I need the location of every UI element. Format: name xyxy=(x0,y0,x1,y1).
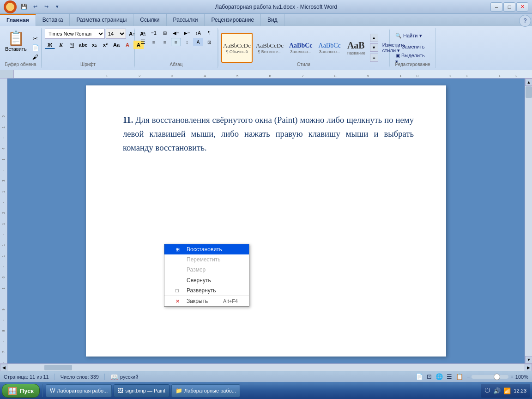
tab-review[interactable]: Рецензирование xyxy=(205,14,261,26)
align-right-button[interactable]: ≡ xyxy=(160,38,170,46)
scroll-thumb[interactable] xyxy=(526,86,532,98)
find-button[interactable]: 🔍 Найти ▾ xyxy=(393,30,430,41)
align-left-button[interactable]: ☰ xyxy=(138,38,148,46)
close-button[interactable]: ✕ xyxy=(516,2,528,12)
superscript-button[interactable]: x² xyxy=(100,41,110,49)
style-heading2[interactable]: AaBbCс Заголово... xyxy=(316,33,343,63)
view-print-btn[interactable]: 📄 xyxy=(416,373,423,380)
tab-view[interactable]: Вид xyxy=(261,14,284,26)
ctx-move[interactable]: Переместить xyxy=(164,254,249,265)
taskbar-btn-paint[interactable]: 🖼 sign.bmp — Paint xyxy=(114,384,169,397)
ruler-container: ·1·2·3·4·5·6·7·8·9·10·11·12·13·14·15·16·… xyxy=(0,70,532,79)
start-button[interactable]: 🪟 Пуск xyxy=(2,384,40,398)
style-normal[interactable]: AaBbCcDc ¶ Обычный xyxy=(221,33,253,63)
styles-more[interactable]: ≡ xyxy=(370,54,378,62)
align-center-button[interactable]: ≡ xyxy=(149,38,159,46)
redo-quick-btn[interactable]: ↪ xyxy=(42,2,51,12)
view-draft-btn[interactable]: 📋 xyxy=(456,373,463,380)
font-size-select[interactable]: 14 xyxy=(106,29,126,39)
subscript-button[interactable]: x₂ xyxy=(89,41,99,49)
taskbar-btn-extra[interactable]: 📁 Лабораторные рабо... xyxy=(171,384,240,397)
numbering-button[interactable]: ≡1 xyxy=(149,29,159,37)
style-heading1[interactable]: AaBbCс Заголово... xyxy=(287,33,315,63)
taskbar-btn-word[interactable]: W Лабораторная рабо... xyxy=(46,384,112,397)
scroll-right-button[interactable]: ▶ xyxy=(525,364,532,371)
styles-scroll-down[interactable]: ▼ xyxy=(370,43,378,52)
taskbar-sep xyxy=(42,384,43,397)
ctx-restore[interactable]: ⊞ Восстановить xyxy=(164,244,249,254)
format-painter-button[interactable]: 🖌 xyxy=(30,53,41,61)
shading-button[interactable]: A xyxy=(193,38,203,46)
show-marks-button[interactable]: ¶ xyxy=(204,29,214,37)
style-normal-text: AaBbCcDc xyxy=(223,42,251,49)
copy-button[interactable]: 📄 xyxy=(30,44,41,52)
tab-references[interactable]: Ссылки xyxy=(133,14,166,26)
tray-volume-icon: 📶 xyxy=(503,387,511,394)
view-web-btn[interactable]: 🌐 xyxy=(435,373,443,380)
view-fullscreen-btn[interactable]: ⊡ xyxy=(427,373,432,380)
qa-menu-btn[interactable]: ▾ xyxy=(53,2,62,12)
view-outline-btn[interactable]: ☰ xyxy=(447,373,452,380)
maximize-button[interactable]: □ xyxy=(503,2,515,12)
h-scroll-thumb[interactable] xyxy=(44,365,72,370)
document-scroll-area[interactable]: 11. Для восстановления свёрнутого окна (… xyxy=(7,79,525,363)
textcolor-button[interactable]: A xyxy=(122,41,133,49)
status-sep-2 xyxy=(104,374,105,380)
linespacing-button[interactable]: ↕ xyxy=(182,38,192,46)
clipboard-label: Буфер обмена xyxy=(0,62,41,67)
cut-button[interactable]: ✂ xyxy=(30,35,41,43)
minimize-button[interactable]: – xyxy=(490,2,502,12)
scroll-up-button[interactable]: ▲ xyxy=(525,79,532,86)
help-button[interactable]: ? xyxy=(519,15,531,27)
style-no-spacing[interactable]: AaBbCcDc ¶ Без инте... xyxy=(254,33,285,63)
multilevel-button[interactable]: ⊞ xyxy=(160,29,170,37)
underline-button[interactable]: Ч xyxy=(67,41,77,49)
ctx-size[interactable]: Размер xyxy=(164,265,249,275)
save-quick-btn[interactable]: 💾 xyxy=(19,2,29,12)
ribbon-group-clipboard: 📋 Вставить ✂ 📄 🖌 Буфер обмена xyxy=(0,28,42,68)
tab-mailings[interactable]: Рассылки xyxy=(167,14,205,26)
replace-button[interactable]: ↔ Заменить xyxy=(393,42,430,52)
vertical-scrollbar[interactable]: ▲ ▼ xyxy=(525,79,532,363)
zoom-slider[interactable] xyxy=(472,375,508,379)
style-title[interactable]: AaB Название xyxy=(345,33,368,63)
decrease-indent-button[interactable]: ◀≡ xyxy=(171,29,181,37)
ctx-maximize[interactable]: □ Развернуть xyxy=(164,285,249,296)
ctx-minimize-label: Свернуть xyxy=(187,277,211,284)
increase-indent-button[interactable]: ▶≡ xyxy=(182,29,192,37)
office-button[interactable] xyxy=(4,0,17,13)
quick-access-toolbar: 💾 ↩ ↪ ▾ xyxy=(19,2,62,12)
ctx-minimize[interactable]: – Свернуть xyxy=(164,275,249,285)
zoom-bar: − + 100% xyxy=(467,374,528,380)
scroll-left-button[interactable]: ◀ xyxy=(0,364,7,371)
title-bar: 💾 ↩ ↪ ▾ Лабораторная работа №1.docx - Mi… xyxy=(0,0,532,14)
strikethrough-button[interactable]: abc xyxy=(78,41,88,49)
style-nospace-text: AaBbCcDc xyxy=(256,42,284,49)
scroll-down-button[interactable]: ▼ xyxy=(525,356,532,363)
italic-button[interactable]: К xyxy=(56,41,66,49)
vertical-ruler: ·1·2·3·4·5·6·7·8·9·10·11·12·13·14·15 xyxy=(0,79,7,363)
select-button[interactable]: ▣ Выделить ▾ xyxy=(393,53,430,63)
sort-button[interactable]: ↕A xyxy=(193,29,203,37)
zoom-out-btn[interactable]: − xyxy=(467,374,470,380)
tab-page-layout[interactable]: Разметка страницы xyxy=(70,14,133,26)
clearformat-button[interactable]: Aa xyxy=(111,41,121,49)
spellcheck-icon: 📖 xyxy=(110,373,118,381)
ruler-corner xyxy=(0,70,14,78)
styles-scroll-up[interactable]: ▲ xyxy=(370,34,378,42)
justify-button[interactable]: ≡ xyxy=(171,38,181,46)
font-name-select[interactable]: Times New Roman xyxy=(45,29,105,39)
ctx-close[interactable]: ✕ Закрыть Alt+F4 xyxy=(164,296,249,306)
paste-button[interactable]: 📋 Вставить xyxy=(3,29,29,67)
tab-home[interactable]: Главная xyxy=(0,14,36,26)
border-button[interactable]: ⊡ xyxy=(204,38,214,46)
undo-quick-btn[interactable]: ↩ xyxy=(30,2,40,12)
style-h2-text: AaBbCс xyxy=(319,42,341,49)
ribbon-group-paragraph: ≡• ≡1 ⊞ ◀≡ ▶≡ ↕A ¶ ☰ ≡ ≡ ≡ ↕ A ⊡ xyxy=(135,28,218,68)
tab-insert[interactable]: Вставка xyxy=(36,14,70,26)
bullets-button[interactable]: ≡• xyxy=(138,29,148,37)
style-nospace-label: ¶ Без инте... xyxy=(258,49,281,54)
style-normal-label: ¶ Обычный xyxy=(226,49,248,54)
bold-button[interactable]: Ж xyxy=(45,41,55,49)
zoom-in-btn[interactable]: + xyxy=(510,374,513,380)
